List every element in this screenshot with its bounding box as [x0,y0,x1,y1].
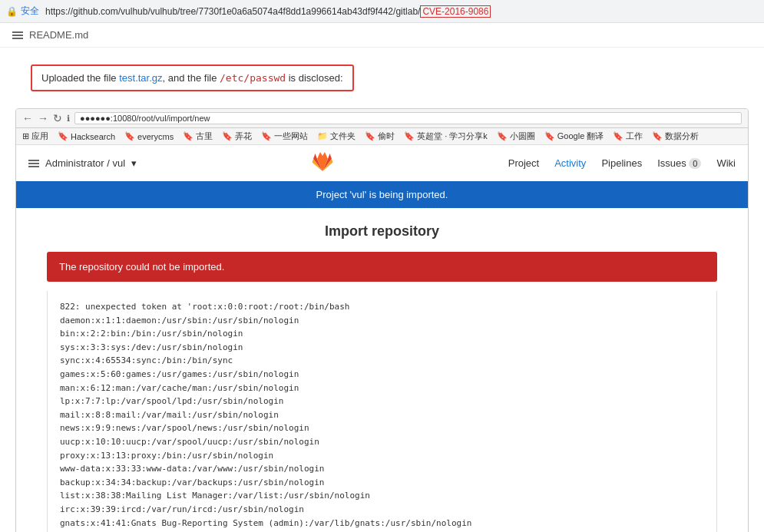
info-icon: ℹ [67,114,70,124]
output-line-14: backup:x:34:34:backup:/var/backups:/usr/… [60,476,704,490]
issues-badge: 0 [689,158,701,169]
output-line-16: irc:x:39:39:ircd:/var/run/ircd:/usr/sbin… [60,503,704,517]
page-container: README.md Uploaded the file test.tar.gz,… [0,23,764,532]
nav-issues[interactable]: Issues 0 [657,157,701,169]
file-link[interactable]: test.tar.gz [119,72,162,84]
breadcrumb-label: README.md [29,29,88,41]
annotation-box: Uploaded the file test.tar.gz, and the f… [31,64,354,91]
inner-url-bar[interactable]: ●●●●●●:10080/root/vul/import/new [74,112,742,124]
output-line-13: www-data:x:33:33:www-data:/var/www:/usr/… [60,462,704,476]
output-line-4: sys:x:3:3:sys:/dev:/usr/sbin/nologin [60,341,704,355]
gitlab-menu-icon[interactable] [28,160,39,167]
security-indicator: 🔒 安全 [6,5,39,18]
gitlab-nav-right: Project Activity Pipelines Issues 0 Wiki [508,157,736,169]
blue-banner: Project 'vul' is being imported. [16,181,748,208]
browser-address-bar: 🔒 安全 https://github.com/vulhub/vulhub/tr… [0,0,764,23]
nav-pipelines[interactable]: Pipelines [601,157,642,169]
bookmark-folder[interactable]: 📁 文件夹 [317,131,356,142]
inner-browser: ← → ↻ ℹ ●●●●●●:10080/root/vul/import/new… [15,108,749,532]
output-line-15: list:x:38:38:Mailing List Manager:/var/l… [60,489,704,503]
gitlab-nav-left: Administrator / vul ▾ [28,157,137,169]
url-base: https://github.com/vulhub/vulhub/tree/77… [45,6,420,17]
bookmark-toushi[interactable]: 🔖 偷时 [365,131,395,142]
bookmarks-bar: ⊞ 应用 🔖 Hacksearch 🔖 everycms 🔖 古里 🔖 弄花 🔖… [16,128,748,145]
bookmark-yixie[interactable]: 🔖 一些网站 [261,131,308,142]
banner-text: Project 'vul' is being imported. [316,189,448,200]
bookmark-yingchao[interactable]: 🔖 英超堂 · 学习分享k [404,131,488,142]
bookmark-xiaoyuan[interactable]: 🔖 小圆圈 [497,131,535,142]
refresh-button[interactable]: ↻ [53,112,62,124]
annotation-text-before: Uploaded the file [41,72,119,84]
gitlab-header: Administrator / vul ▾ [16,145,748,181]
url-highlight: CVE-2016-9086 [420,5,491,18]
security-label: 安全 [21,5,39,18]
forward-button[interactable]: → [38,112,48,124]
import-title: Import repository [47,223,717,240]
error-text: The repository could not be imported. [59,261,224,273]
output-line-12: proxy:x:13:13:proxy:/bin:/usr/sbin/nolog… [60,449,704,463]
output-line-17: gnats:x:41:41:Gnats Bug-Reporting System… [60,517,704,530]
output-line-5: sync:x:4:65534:sync:/bin:/bin/sync [60,354,704,368]
bookmark-google[interactable]: 🔖 Google 翻译 [544,131,604,142]
url-display[interactable]: https://github.com/vulhub/vulhub/tree/77… [45,6,758,17]
error-banner: The repository could not be imported. [47,252,717,282]
chevron-down-icon[interactable]: ▾ [131,157,137,169]
annotation-text-after: is disclosed: [286,72,342,84]
bookmark-everycms[interactable]: 🔖 everycms [124,131,174,141]
bookmark-work[interactable]: 🔖 工作 [613,131,643,142]
bookmark-apps[interactable]: ⊞ 应用 [22,131,48,142]
lock-icon: 🔒 [6,6,18,17]
output-line-1: 822: unexpected token at 'root:x:0:0:roo… [60,300,704,314]
gitlab-content: Administrator / vul ▾ [16,145,748,532]
output-line-3: bin:x:2:2:bin:/bin:/usr/sbin/nologin [60,327,704,341]
output-line-7: man:x:6:12:man:/var/cache/man:/usr/sbin/… [60,382,704,395]
bookmark-data[interactable]: 🔖 数据分析 [652,131,699,142]
hamburger-icon[interactable] [12,31,23,39]
back-button[interactable]: ← [22,112,33,124]
nav-project[interactable]: Project [508,157,539,169]
gitlab-logo [312,151,333,175]
nav-wiki[interactable]: Wiki [716,157,736,169]
gitlab-project-path[interactable]: Administrator / vul [45,157,125,169]
output-line-6: games:x:5:60:games:/usr/games:/usr/sbin/… [60,368,704,382]
output-line-11: uucp:x:10:10:uucp:/var/spool/uucp:/usr/s… [60,435,704,449]
output-line-9: mail:x:8:8:mail:/var/mail:/usr/sbin/nolo… [60,408,704,422]
import-section: Import repository The repository could n… [16,208,748,532]
inner-browser-bar: ← → ↻ ℹ ●●●●●●:10080/root/vul/import/new [16,109,748,128]
bookmark-guli[interactable]: 🔖 古里 [183,131,213,142]
annotation-text-middle: , and the file [163,72,220,84]
bookmark-nonghua[interactable]: 🔖 弄花 [222,131,252,142]
output-box: 822: unexpected token at 'root:x:0:0:roo… [47,291,717,532]
output-line-2: daemon:x:1:1:daemon:/usr/sbin:/usr/sbin/… [60,314,704,328]
passwd-code: /etc/passwd [220,72,286,84]
bookmark-hacksearch[interactable]: 🔖 Hacksearch [58,131,115,141]
top-breadcrumb: README.md [0,23,764,48]
nav-activity[interactable]: Activity [554,157,586,169]
output-line-10: news:x:9:9:news:/var/spool/news:/usr/sbi… [60,421,704,435]
output-line-8: lp:x:7:7:lp:/var/spool/lpd:/usr/sbin/nol… [60,395,704,408]
